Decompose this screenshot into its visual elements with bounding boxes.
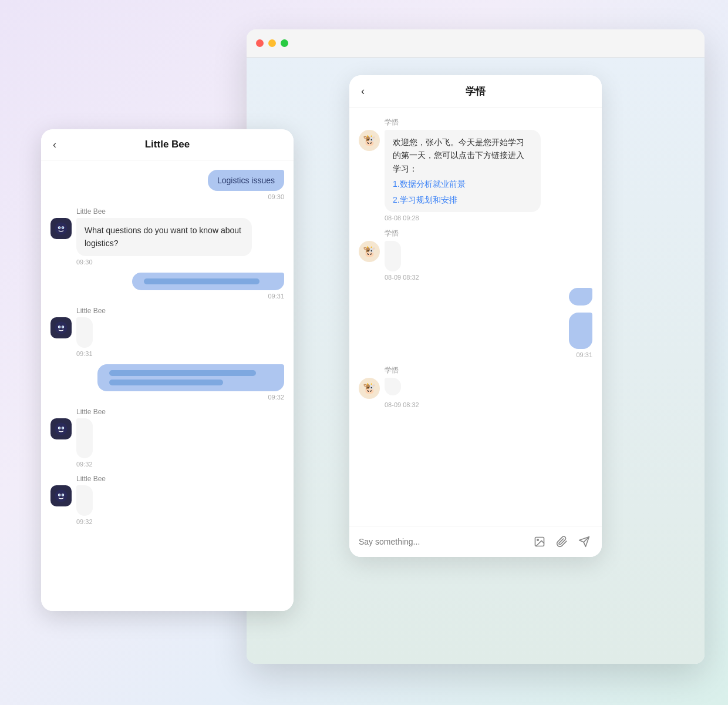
littlebee-messages: Logistics issues 09:30 Little Bee <box>41 160 294 611</box>
svg-point-23 <box>62 494 63 495</box>
paperclip-icon[interactable] <box>554 533 570 550</box>
bot-msg-skeleton-4: Little Bee 09:32 <box>50 475 284 525</box>
bot-name-label: 学悟 <box>385 118 399 127</box>
littlebee-avatar-3 <box>50 418 72 439</box>
user-skeleton-bubble-2 <box>97 364 284 391</box>
littlebee-avatar-2 <box>50 317 72 338</box>
littlebee-back-button[interactable]: ‹ <box>53 139 56 151</box>
svg-point-14 <box>55 422 68 435</box>
bot-time-2: 09:31 <box>76 350 93 357</box>
send-icon[interactable] <box>576 533 592 550</box>
bot-message-5: 学悟 🐮 08-09 08:32 <box>359 365 592 408</box>
bot-time-3: 09:32 <box>76 461 93 468</box>
user-message-3 <box>359 288 592 306</box>
user-bubble-4 <box>569 313 592 349</box>
svg-point-13 <box>62 326 63 327</box>
svg-point-12 <box>59 326 60 327</box>
xuewu-bubble-5 <box>385 378 401 395</box>
bot-message-2: 学悟 🐮 08-09 08:32 <box>359 229 592 281</box>
littlebee-bot-name-2: Little Bee <box>76 307 106 315</box>
littlebee-skeleton-bubble-2 <box>76 317 93 348</box>
littlebee-skeleton-bubble-4 <box>76 485 93 516</box>
browser-content: ‹ 学悟 学悟 🐮 欢迎您，张小飞。今天是您开始学习的第一天，您可以点击下方链接… <box>247 58 705 664</box>
xuewu-avatar: 🐮 <box>359 130 380 151</box>
user-skeleton-time-1: 09:31 <box>268 293 284 300</box>
xuewu-title: 学悟 <box>466 85 486 98</box>
msg-time-1: 08-08 09:28 <box>385 214 419 221</box>
xuewu-avatar-2: 🐮 <box>359 241 380 262</box>
xuewu-back-button[interactable]: ‹ <box>361 85 365 98</box>
bot-message-1: 学悟 🐮 欢迎您，张小飞。今天是您开始学习的第一天，您可以点击下方链接进入学习：… <box>359 118 592 221</box>
close-button-traffic[interactable] <box>256 39 264 47</box>
user-skeleton-time-2: 09:32 <box>268 394 284 401</box>
svg-point-22 <box>59 494 60 495</box>
littlebee-bot-name-4: Little Bee <box>76 475 106 483</box>
logistics-text: Logistics issues <box>217 176 275 185</box>
bot-msg-1: Little Bee What questions do you want to… <box>50 207 284 266</box>
bot-name-label-2: 学悟 <box>385 229 399 239</box>
link-study-plan[interactable]: 2.学习规划和安排 <box>393 193 532 206</box>
littlebee-skeleton-bubble-3 <box>76 418 93 458</box>
svg-point-9 <box>55 321 68 334</box>
image-icon[interactable] <box>531 533 548 550</box>
svg-point-1 <box>537 539 539 541</box>
bot-time-1: 09:30 <box>76 258 93 266</box>
littlebee-bot-name-3: Little Bee <box>76 408 106 416</box>
littlebee-text-1: What questions do you want to know about… <box>85 226 241 248</box>
user-bubble-3 <box>569 288 592 306</box>
link-data-analysis[interactable]: 1.数据分析就业前景 <box>393 177 532 190</box>
littlebee-bubble-1: What questions do you want to know about… <box>76 218 252 256</box>
svg-point-19 <box>55 489 68 502</box>
user-message-4: 09:31 <box>359 313 592 358</box>
minimize-button-traffic[interactable] <box>268 39 276 47</box>
bot-msg-skeleton-2: Little Bee 09:31 <box>50 307 284 357</box>
bot-time-4: 09:32 <box>76 518 93 525</box>
bot-msg-skeleton-3: Little Bee <box>50 408 284 468</box>
svg-point-8 <box>62 227 63 228</box>
xuewu-chat-input[interactable] <box>359 537 525 546</box>
littlebee-bot-name-1: Little Bee <box>76 207 106 216</box>
xuewu-bubble-1: 欢迎您，张小飞。今天是您开始学习的第一天，您可以点击下方链接进入学习： 1.数据… <box>385 130 541 212</box>
logistics-time: 09:30 <box>268 193 284 200</box>
bot-name-label-5: 学悟 <box>385 365 399 375</box>
browser-window: ‹ 学悟 学悟 🐮 欢迎您，张小飞。今天是您开始学习的第一天，您可以点击下方链接… <box>247 29 705 664</box>
phone-littlebee: ‹ Little Bee Logistics issues 09:30 Litt… <box>41 129 294 611</box>
traffic-lights <box>256 39 288 47</box>
msg-time-4: 09:31 <box>576 351 592 358</box>
xuewu-messages: 学悟 🐮 欢迎您，张小飞。今天是您开始学习的第一天，您可以点击下方链接进入学习：… <box>349 108 602 526</box>
user-msg-logistics: Logistics issues 09:30 <box>50 170 284 200</box>
svg-point-18 <box>62 427 63 428</box>
browser-titlebar <box>247 29 705 58</box>
xuewu-header: ‹ 学悟 <box>349 75 602 108</box>
user-skeleton-bubble-1 <box>132 273 284 290</box>
littlebee-title: Little Bee <box>145 139 190 150</box>
littlebee-avatar-1 <box>50 218 72 239</box>
littlebee-avatar-4 <box>50 485 72 506</box>
xuewu-avatar-5: 🐮 <box>359 378 380 399</box>
littlebee-header: ‹ Little Bee <box>41 129 294 160</box>
msg-time-5: 08-09 08:32 <box>385 401 419 408</box>
svg-point-4 <box>55 223 68 235</box>
xuewu-input-bar <box>349 526 602 557</box>
svg-point-7 <box>59 227 60 228</box>
user-msg-skeleton-2: 09:32 <box>50 364 284 401</box>
svg-point-17 <box>59 427 60 428</box>
xuewu-bubble-2 <box>385 241 401 271</box>
phone-xuewu: ‹ 学悟 学悟 🐮 欢迎您，张小飞。今天是您开始学习的第一天，您可以点击下方链接… <box>349 75 602 557</box>
fullscreen-button-traffic[interactable] <box>281 39 288 47</box>
msg-time-2: 08-09 08:32 <box>385 274 419 281</box>
logistics-bubble: Logistics issues <box>208 170 284 191</box>
user-msg-skeleton-1: 09:31 <box>50 273 284 300</box>
